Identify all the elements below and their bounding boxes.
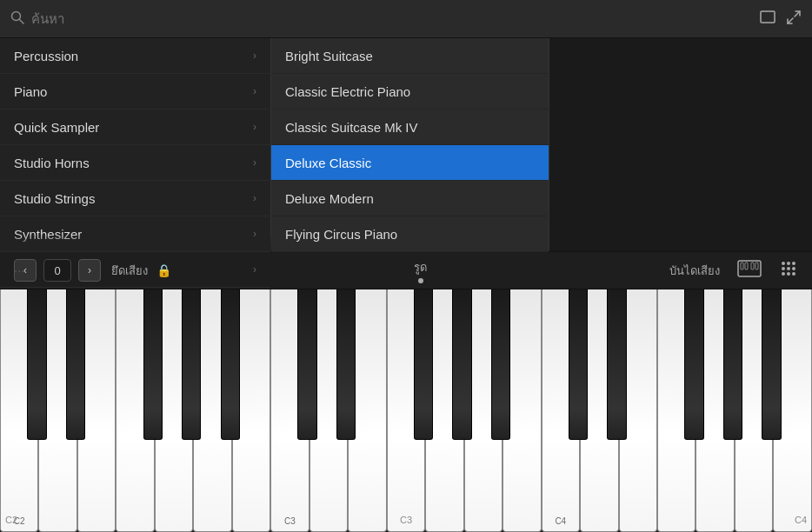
svg-line-4 [788,18,793,23]
grid-dots-icon[interactable] [779,259,798,283]
record-label: บันไดเสียง [669,262,720,280]
expand-icon[interactable] [786,10,802,29]
piano-keys-container: C2 C3 C4 [0,289,812,532]
search-right-icons [760,10,802,29]
instrument-list: Percussion › Piano › Quick Sampler › Stu… [0,38,271,251]
black-key[interactable] [491,289,510,440]
sidebar-item-percussion[interactable]: Percussion › [0,38,270,74]
chevron-icon: › [253,263,256,276]
black-key[interactable] [452,289,471,440]
svg-point-17 [787,272,790,276]
search-icon [10,10,24,28]
sidebar-item-quick-sampler[interactable]: Quick Sampler › [0,110,270,145]
chevron-icon: › [253,50,256,62]
svg-point-10 [782,262,785,265]
black-key[interactable] [143,289,163,440]
black-key[interactable] [27,289,46,440]
svg-line-1 [20,19,24,23]
quick-sampler-label: Quick Sampler [14,120,99,135]
svg-point-15 [792,267,795,270]
svg-rect-7 [745,263,748,269]
chevron-icon: › [253,85,256,97]
search-bar [0,0,812,38]
slide-indicator [418,278,423,283]
sidebar-item-more[interactable]: ··· › [0,252,270,288]
svg-rect-8 [751,263,754,269]
main-area: Percussion › Piano › Quick Sampler › Stu… [0,38,812,532]
sidebar-item-studio-strings[interactable]: Studio Strings › [0,181,270,216]
studio-strings-label: Studio Strings [14,191,95,206]
svg-line-3 [795,11,800,17]
svg-rect-2 [761,11,775,23]
svg-point-12 [792,262,795,265]
slide-label: รูด [414,258,427,276]
black-key[interactable] [414,289,433,440]
chevron-icon: › [253,192,256,204]
submenu: Bright Suitcase Classic Electric Piano C… [271,38,549,251]
svg-rect-6 [741,263,743,269]
chevron-icon: › [253,156,256,169]
submenu-item-bright-suitcase[interactable]: Bright Suitcase [271,38,549,74]
black-key[interactable] [607,289,626,440]
sidebar-item-studio-horns[interactable]: Studio Horns › [0,145,270,181]
svg-point-11 [787,262,790,265]
black-key[interactable] [684,289,703,440]
black-key[interactable] [569,289,588,440]
black-key[interactable] [182,289,201,440]
svg-point-13 [782,267,785,270]
submenu-item-classic-electric-piano[interactable]: Classic Electric Piano [271,74,549,110]
svg-point-14 [787,267,790,270]
black-key[interactable] [221,289,240,440]
svg-rect-9 [755,263,758,269]
bottom-fade [0,234,271,251]
studio-horns-label: Studio Horns [14,156,90,170]
search-input[interactable] [31,11,753,26]
menu-overlay: Percussion › Piano › Quick Sampler › Stu… [0,38,812,251]
submenu-item-deluxe-modern[interactable]: Deluxe Modern [271,181,549,216]
window-icon[interactable] [760,10,775,28]
black-key[interactable] [336,289,356,440]
chevron-icon: › [253,121,256,133]
submenu-item-deluxe-classic[interactable]: Deluxe Classic [271,145,549,181]
black-key[interactable] [723,289,742,440]
black-key[interactable] [297,289,316,440]
black-key[interactable] [66,289,85,440]
more-label: ··· [14,263,25,277]
percussion-label: Percussion [14,49,78,63]
svg-point-16 [782,272,785,276]
submenu-item-classic-suitcase-mk-iv[interactable]: Classic Suitcase Mk IV [271,110,549,145]
black-key[interactable] [762,289,781,440]
submenu-item-flying-circus-piano[interactable]: Flying Circus Piano [271,216,549,252]
svg-point-18 [792,272,795,276]
sidebar-item-piano[interactable]: Piano › [0,74,270,110]
piano-keyboard: C2 C3 C4 [0,289,812,532]
piano-label: Piano [14,84,47,99]
keyboard-icon[interactable] [737,260,762,282]
